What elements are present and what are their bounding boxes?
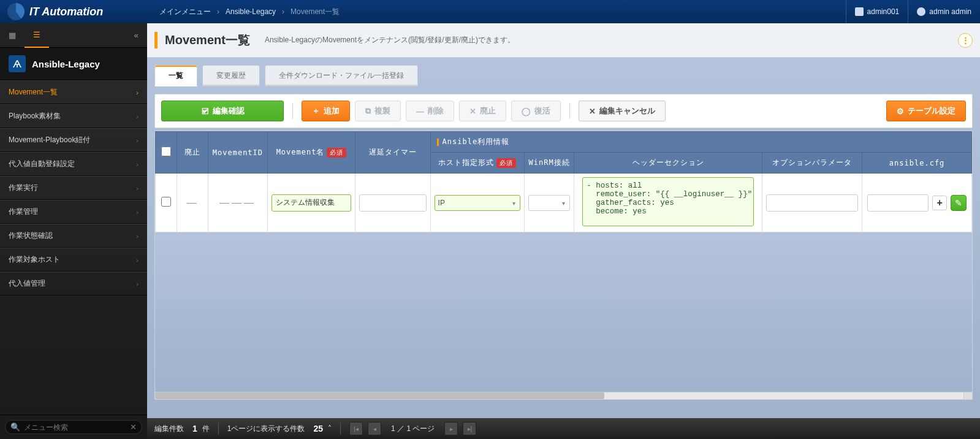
- chevron-right-icon: ›: [282, 7, 284, 16]
- logo-icon: [7, 3, 25, 20]
- sidebar-tab-grid[interactable]: ▦: [0, 23, 25, 24]
- breadcrumb: メインメニュー › Ansible-Legacy › Movement一覧: [147, 7, 340, 17]
- user-icon: [917, 7, 925, 16]
- breadcrumb-current: Movement一覧: [291, 7, 340, 17]
- sidebar-tab-list[interactable]: ☰: [25, 23, 49, 24]
- workspace-icon: [855, 7, 864, 16]
- breadcrumb-module[interactable]: Ansible-Legacy: [226, 7, 276, 16]
- chevron-right-icon: ›: [217, 7, 219, 16]
- breadcrumb-main[interactable]: メインメニュー: [159, 7, 211, 17]
- user-menu[interactable]: admin admin: [908, 0, 980, 23]
- workspace-menu[interactable]: admin001: [846, 0, 908, 23]
- header-bar: IT Automation メインメニュー › Ansible-Legacy ›…: [0, 0, 980, 23]
- logo[interactable]: IT Automation: [0, 0, 147, 23]
- product-name: IT Automation: [29, 6, 103, 18]
